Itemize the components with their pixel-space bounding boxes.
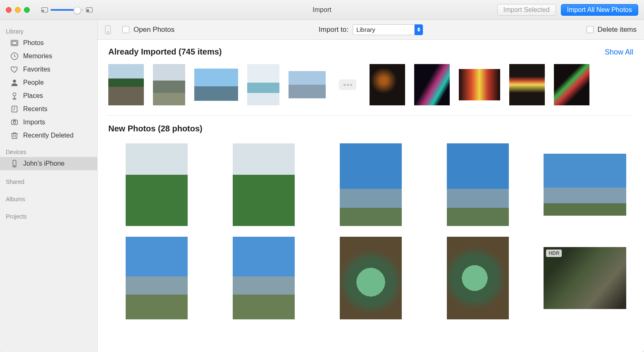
thumb-new[interactable]: HDR bbox=[544, 247, 626, 309]
trash-icon bbox=[10, 131, 19, 140]
pin-icon bbox=[10, 91, 19, 100]
import-to-label: Import to: bbox=[319, 26, 348, 34]
already-imported-thumbs bbox=[108, 64, 633, 105]
iphone-icon bbox=[10, 159, 19, 168]
import-to-value: Library bbox=[353, 24, 415, 35]
thumb-imported[interactable] bbox=[247, 64, 279, 105]
zoom-in-icon[interactable] bbox=[86, 7, 93, 12]
sidebar-section-library: Library bbox=[0, 26, 97, 36]
window-title: Import bbox=[312, 6, 331, 14]
svg-point-3 bbox=[13, 80, 16, 83]
sidebar-section-projects[interactable]: Projects bbox=[0, 211, 97, 221]
sidebar-item-photos[interactable]: Photos bbox=[0, 36, 97, 50]
thumb-new[interactable] bbox=[447, 237, 509, 319]
thumb-new[interactable] bbox=[544, 154, 626, 216]
sidebar-section-albums[interactable]: Albums bbox=[0, 193, 97, 204]
sidebar-item-label: John’s iPhone bbox=[23, 160, 64, 167]
thumb-new[interactable] bbox=[126, 237, 188, 319]
recents-icon bbox=[10, 105, 19, 114]
more-icon[interactable] bbox=[339, 79, 356, 90]
sidebar-item-label: Imports bbox=[23, 119, 45, 126]
delete-items-label: Delete items bbox=[598, 26, 637, 34]
zoom-out-icon[interactable] bbox=[41, 7, 48, 12]
content-area: Already Imported (745 items) Show All bbox=[98, 40, 644, 352]
zoom-slider[interactable] bbox=[50, 9, 83, 11]
person-icon bbox=[10, 78, 19, 87]
sidebar-item-people[interactable]: People bbox=[0, 76, 97, 89]
delete-items-option[interactable]: Delete items bbox=[587, 26, 637, 34]
show-all-link[interactable]: Show All bbox=[605, 48, 633, 57]
close-window-icon[interactable] bbox=[6, 7, 12, 13]
thumb-imported[interactable] bbox=[153, 64, 185, 105]
import-selected-button[interactable]: Import Selected bbox=[497, 4, 556, 16]
sidebar-section-shared[interactable]: Shared bbox=[0, 176, 97, 187]
thumb-new[interactable] bbox=[126, 143, 188, 226]
sidebar-item-label: Memories bbox=[23, 52, 52, 60]
memories-icon bbox=[10, 52, 19, 61]
thumbnail-zoom bbox=[41, 7, 93, 12]
open-photos-label: Open Photos bbox=[134, 26, 174, 34]
thumb-new[interactable] bbox=[233, 237, 295, 319]
sidebar-item-recently-deleted[interactable]: Recently Deleted bbox=[0, 129, 97, 142]
thumb-new[interactable] bbox=[340, 237, 402, 319]
section-divider bbox=[108, 115, 633, 116]
sidebar-item-label: Recently Deleted bbox=[23, 132, 74, 139]
titlebar: Import Import Selected Import All New Ph… bbox=[0, 0, 644, 20]
thumb-imported[interactable] bbox=[289, 71, 326, 98]
thumb-imported[interactable] bbox=[108, 64, 144, 105]
device-icon bbox=[105, 25, 111, 34]
window-controls bbox=[6, 7, 30, 13]
select-stepper-icon[interactable] bbox=[415, 24, 423, 35]
open-photos-checkbox[interactable] bbox=[122, 26, 129, 33]
sidebar-item-label: Places bbox=[23, 92, 43, 100]
thumb-imported[interactable] bbox=[414, 64, 450, 105]
sidebar-item-memories[interactable]: Memories bbox=[0, 50, 97, 63]
thumb-imported[interactable] bbox=[194, 69, 238, 101]
thumb-new[interactable] bbox=[340, 143, 402, 226]
hdr-badge: HDR bbox=[546, 250, 562, 257]
sidebar-item-label: Photos bbox=[23, 39, 44, 47]
new-photos-title: New Photos (28 photos) bbox=[108, 124, 633, 133]
sidebar-item-recents[interactable]: Recents bbox=[0, 102, 97, 116]
sidebar-item-favorites[interactable]: Favorites bbox=[0, 63, 97, 76]
sidebar-item-imports[interactable]: Imports bbox=[0, 116, 97, 129]
photos-icon bbox=[10, 38, 19, 48]
open-photos-option[interactable]: Open Photos bbox=[122, 26, 174, 34]
already-imported-title: Already Imported (745 items) bbox=[108, 47, 222, 57]
thumb-new[interactable] bbox=[233, 143, 295, 226]
svg-rect-1 bbox=[12, 41, 17, 44]
new-photos-grid: HDR bbox=[108, 143, 633, 319]
sidebar-item-device[interactable]: John’s iPhone bbox=[0, 157, 97, 170]
sidebar-item-label: Favorites bbox=[23, 66, 50, 73]
thumb-imported[interactable] bbox=[370, 64, 405, 105]
sidebar: Library Photos Memories Favorites People… bbox=[0, 20, 98, 352]
import-options-bar: Open Photos Import to: Library Delete it… bbox=[98, 20, 644, 40]
svg-point-4 bbox=[13, 93, 16, 96]
thumb-imported[interactable] bbox=[554, 64, 589, 105]
thumb-imported[interactable] bbox=[459, 69, 500, 100]
heart-icon bbox=[10, 65, 19, 74]
import-all-button[interactable]: Import All New Photos bbox=[561, 4, 638, 16]
sidebar-item-places[interactable]: Places bbox=[0, 89, 97, 102]
minimize-window-icon[interactable] bbox=[15, 7, 21, 13]
thumb-new[interactable] bbox=[447, 143, 509, 226]
delete-items-checkbox[interactable] bbox=[587, 26, 594, 33]
thumb-imported[interactable] bbox=[509, 64, 545, 105]
import-to-select[interactable]: Library bbox=[353, 24, 423, 35]
sidebar-section-devices: Devices bbox=[0, 146, 97, 157]
sidebar-item-label: Recents bbox=[23, 105, 48, 113]
sidebar-item-label: People bbox=[23, 79, 44, 86]
fullscreen-window-icon[interactable] bbox=[24, 7, 30, 13]
svg-point-14 bbox=[14, 166, 15, 166]
imports-icon bbox=[10, 118, 19, 127]
